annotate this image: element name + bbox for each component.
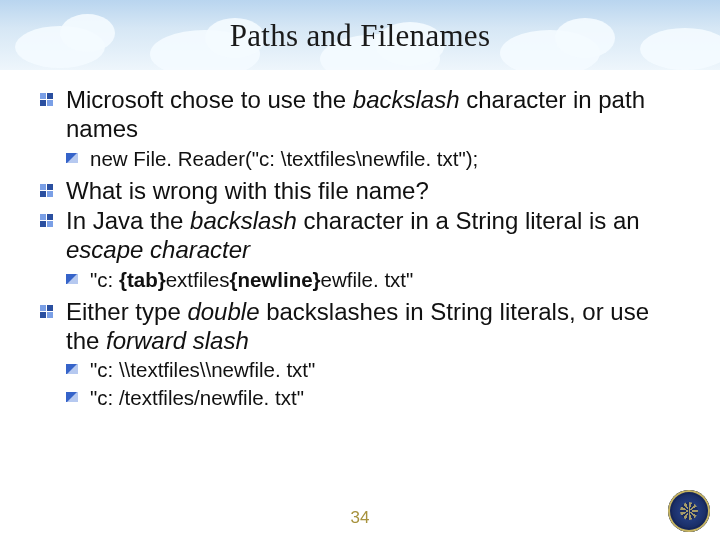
bullet-text-bold: {tab} [119,268,166,291]
bullet-text-bold: {newline} [229,268,320,291]
bullet-level2: "c: {tab}extfiles{newline}ewfile. txt" [66,267,680,293]
bullet-text: Either type [66,298,187,325]
seal-logo-icon [668,490,710,532]
slide-title: Paths and Filenames [0,18,720,54]
bullet-text-italic: forward slash [106,327,249,354]
bullet-text: In Java the [66,207,190,234]
bullet-text-italic: backslash [353,86,460,113]
slide: Paths and Filenames Microsoft chose to u… [0,0,720,540]
bullet-text: Microsoft chose to use the [66,86,353,113]
bullet-text: new File. Reader("c: \textfiles\newfile.… [90,147,478,170]
bullet-text: What is wrong with this file name? [66,177,429,204]
bullet-text: extfiles [166,268,230,291]
bullet-text-italic: double [187,298,259,325]
bullet-level1: Either type double backslashes in String… [40,297,680,356]
bullet-icon [40,305,54,318]
bullet-icon [66,364,78,374]
bullet-icon [66,392,78,402]
bullet-level2: new File. Reader("c: \textfiles\newfile.… [66,146,680,172]
bullet-level2: "c: \\textfiles\\newfile. txt" [66,357,680,383]
bullet-text-italic: escape character [66,236,250,263]
bullet-level1: In Java the backslash character in a Str… [40,206,680,265]
bullet-text-italic: backslash [190,207,297,234]
bullet-text: "c: \\textfiles\\newfile. txt" [90,358,315,381]
bullet-icon [40,184,54,197]
bullet-icon [66,274,78,284]
bullet-text: "c: [90,268,119,291]
bullet-level1: Microsoft chose to use the backslash cha… [40,85,680,144]
bullet-icon [66,153,78,163]
bullet-text: character in a String literal is an [297,207,640,234]
bullet-icon [40,214,54,227]
slide-body: Microsoft chose to use the backslash cha… [40,85,680,415]
bullet-level2: "c: /textfiles/newfile. txt" [66,385,680,411]
bullet-icon [40,93,54,106]
bullet-text: "c: /textfiles/newfile. txt" [90,386,304,409]
bullet-level1: What is wrong with this file name? [40,176,680,205]
page-number: 34 [0,508,720,528]
bullet-text: ewfile. txt" [321,268,414,291]
